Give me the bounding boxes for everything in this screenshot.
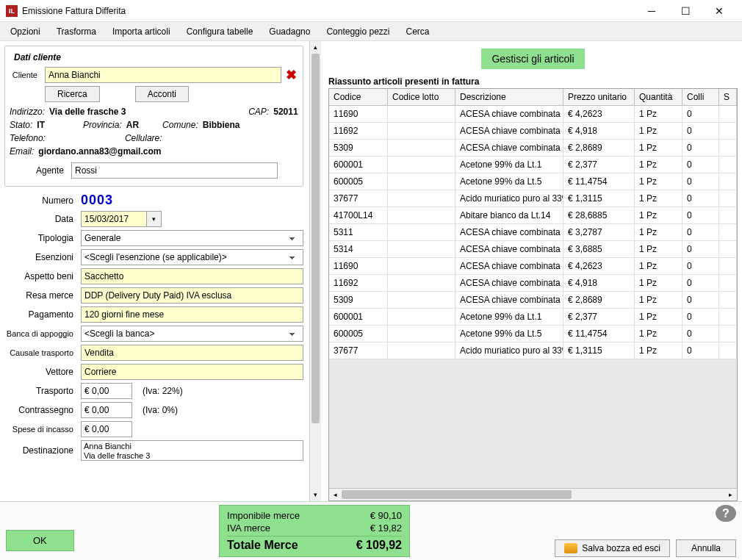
- table-row[interactable]: 11692ACESA chiave combinata da€ 4,9181 P…: [329, 275, 737, 292]
- salva-bozza-label: Salva bozza ed esci: [582, 543, 660, 553]
- gestisci-articoli-button[interactable]: Gestisci gli articoli: [481, 49, 584, 69]
- causale-select[interactable]: Vendita: [81, 345, 303, 361]
- footer: OK Imponibile merce€ 90,10 IVA merce€ 19…: [0, 501, 742, 560]
- column-header[interactable]: Codice lotto: [388, 89, 455, 105]
- menu-importa-articoli[interactable]: Importa articoli: [105, 24, 178, 40]
- label-data: Data: [4, 214, 78, 224]
- table-row[interactable]: 600005Acetone 99% da Lt.5€ 11,47541 Pz0: [329, 173, 737, 190]
- column-header[interactable]: Colli: [682, 89, 719, 105]
- ok-button[interactable]: OK: [6, 530, 74, 551]
- left-scrollbar[interactable]: ▴ ▾: [309, 41, 321, 501]
- resa-select[interactable]: DDP (Delivery Duty Paid) IVA esclusa: [81, 287, 303, 304]
- hscroll-left-icon[interactable]: ◂: [329, 489, 342, 500]
- cell: € 11,4754: [563, 326, 635, 342]
- table-row[interactable]: 600001Acetone 99% da Lt.1€ 2,3771 Pz0: [329, 157, 737, 173]
- cell: ACESA chiave combinata da: [455, 292, 563, 309]
- agente-input[interactable]: [71, 162, 278, 179]
- esenzioni-select[interactable]: <Scegli l'esenzione (se applicabile)>: [81, 249, 303, 265]
- column-header[interactable]: S: [719, 89, 737, 105]
- salva-bozza-button[interactable]: Salva bozza ed esci: [555, 539, 670, 557]
- cell: [719, 123, 737, 140]
- tipologia-select[interactable]: Generale: [81, 230, 303, 246]
- aspetto-select[interactable]: Sacchetto: [81, 268, 303, 284]
- cliente-input[interactable]: [45, 67, 281, 83]
- contrassegno-input[interactable]: [81, 402, 132, 418]
- data-input[interactable]: [81, 211, 147, 227]
- table-row[interactable]: 37677Acido muriatico puro al 33%€ 1,3115…: [329, 342, 737, 359]
- hscroll-right-icon[interactable]: ▸: [724, 489, 737, 500]
- label-pagamento: Pagamento: [4, 309, 78, 320]
- cell: Acetone 99% da Lt.5: [455, 326, 563, 342]
- scroll-up-icon[interactable]: ▴: [310, 41, 321, 54]
- value-comune: Bibbiena: [203, 120, 240, 130]
- table-row[interactable]: 5309ACESA chiave combinata da€ 2,86891 P…: [329, 140, 737, 157]
- grid-hscrollbar[interactable]: ◂ ▸: [329, 488, 737, 500]
- menu-configura-tabelle[interactable]: Configura tabelle: [179, 24, 261, 40]
- help-icon[interactable]: ?: [716, 505, 736, 522]
- column-header[interactable]: Descrizione: [455, 89, 563, 105]
- label-numero: Numero: [4, 195, 78, 206]
- value-indirizzo: Via delle frasche 3: [49, 107, 126, 117]
- menu-conteggio-pezzi[interactable]: Conteggio pezzi: [319, 24, 397, 40]
- cell: [719, 309, 737, 326]
- menu-guadagno[interactable]: Guadagno: [262, 24, 317, 40]
- cell: € 3,6885: [563, 241, 635, 258]
- column-header[interactable]: Quantità: [635, 89, 682, 105]
- table-row[interactable]: 11690ACESA chiave combinata da€ 4,26231 …: [329, 106, 737, 123]
- menu-trasforma[interactable]: Trasforma: [49, 24, 104, 40]
- cell: Abitare bianco da Lt.14: [455, 207, 563, 224]
- cell: 0: [682, 190, 719, 207]
- table-row[interactable]: 11692ACESA chiave combinata da€ 4,9181 P…: [329, 123, 737, 140]
- trasporto-input[interactable]: [81, 383, 132, 399]
- ricerca-button[interactable]: Ricerca: [45, 86, 100, 102]
- banca-select[interactable]: <Scegli la banca>: [81, 326, 303, 342]
- menu-opzioni[interactable]: Opzioni: [3, 24, 48, 40]
- cell: 5309: [329, 140, 388, 157]
- hscroll-thumb[interactable]: [342, 490, 572, 499]
- cell: 1 Pz: [635, 173, 682, 190]
- cell: 1 Pz: [635, 123, 682, 140]
- cell: 0: [682, 106, 719, 123]
- table-row[interactable]: 5309ACESA chiave combinata da€ 2,86891 P…: [329, 292, 737, 309]
- cell: [388, 326, 455, 342]
- table-row[interactable]: 37677Acido muriatico puro al 33%€ 1,3115…: [329, 190, 737, 207]
- cell: [388, 157, 455, 173]
- table-row[interactable]: 600005Acetone 99% da Lt.5€ 11,47541 Pz0: [329, 326, 737, 342]
- column-header[interactable]: Prezzo unitario: [563, 89, 635, 105]
- scroll-down-icon[interactable]: ▾: [310, 489, 321, 501]
- cell: 11692: [329, 123, 388, 140]
- cell: 1 Pz: [635, 309, 682, 326]
- table-row[interactable]: 600001Acetone 99% da Lt.1€ 2,3771 Pz0: [329, 309, 737, 326]
- close-button[interactable]: ✕: [702, 0, 736, 22]
- cell: ACESA chiave combinata da: [455, 123, 563, 140]
- cell: ACESA chiave combinata da: [455, 241, 563, 258]
- column-header[interactable]: Codice: [329, 89, 388, 105]
- annulla-button[interactable]: Annulla: [676, 539, 736, 557]
- cell: Acido muriatico puro al 33%: [455, 342, 563, 359]
- table-row[interactable]: 41700L14Abitare bianco da Lt.14€ 28,6885…: [329, 207, 737, 224]
- iva-value: € 19,82: [370, 523, 402, 534]
- label-provincia: Provincia:: [83, 120, 122, 130]
- maximize-button[interactable]: ☐: [669, 0, 702, 22]
- pagamento-select[interactable]: 120 giorni fine mese: [81, 306, 303, 323]
- cell: € 4,918: [563, 123, 635, 140]
- label-aspetto: Aspetto beni: [4, 271, 78, 281]
- date-picker-button[interactable]: ▾: [147, 211, 162, 227]
- spese-input[interactable]: [81, 421, 132, 437]
- scroll-thumb[interactable]: [311, 54, 320, 423]
- clear-cliente-icon[interactable]: ✖: [284, 67, 298, 83]
- table-row[interactable]: 11690ACESA chiave combinata da€ 4,26231 …: [329, 258, 737, 275]
- table-row[interactable]: 5311ACESA chiave combinata da€ 3,27871 P…: [329, 224, 737, 241]
- cell: Acido muriatico puro al 33%: [455, 190, 563, 207]
- label-esenzioni: Esenzioni: [4, 252, 78, 262]
- acconti-button[interactable]: Acconti: [135, 86, 189, 102]
- table-row[interactable]: 5314ACESA chiave combinata da€ 3,68851 P…: [329, 241, 737, 258]
- minimize-button[interactable]: ─: [635, 0, 669, 22]
- cell: [719, 157, 737, 173]
- vettore-select[interactable]: Corriere: [81, 364, 303, 380]
- label-telefono: Telefono:: [10, 133, 46, 143]
- destinazione-textarea[interactable]: [81, 440, 303, 461]
- menu-cerca[interactable]: Cerca: [398, 24, 436, 40]
- iva-contrassegno-label: (Iva: 0%): [143, 405, 178, 415]
- cell: 600001: [329, 309, 388, 326]
